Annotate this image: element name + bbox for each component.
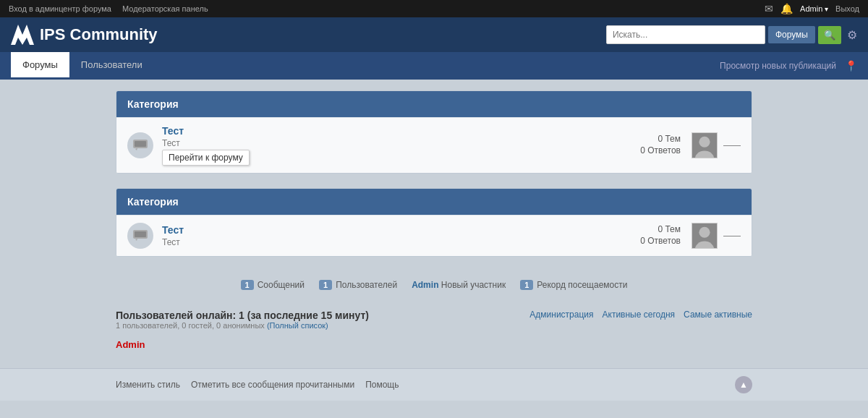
footer-inner: Изменить стиль Отметить все сообщения пр… (109, 376, 760, 393)
online-header: Пользователей онлайн: 1 (за последние 15… (116, 310, 752, 336)
last-post-avatar-1 (692, 132, 718, 158)
stat-new-member: Admin Новый участник (412, 280, 506, 290)
category-header-2: Категория (116, 189, 752, 215)
online-title-text: Пользователей онлайн: 1 (за последние 15… (116, 310, 369, 321)
nav-bar: Форумы Пользователи Просмотр новых публи… (0, 52, 868, 80)
online-title: Пользователей онлайн: 1 (за последние 15… (116, 310, 369, 336)
category-block-1: Категория Тест Тест Перейти к форуму 0 Т… (116, 90, 752, 174)
forum-desc-2: Тест (162, 237, 640, 247)
online-links: Администрация Активные сегодня Самые акт… (529, 310, 752, 320)
svg-rect-2 (135, 141, 146, 147)
forum-stats-2: 0 Тем 0 Ответов (640, 224, 681, 247)
last-post-avatar-2 (692, 223, 718, 249)
footer-mark-read[interactable]: Отметить все сообщения прочитанными (191, 380, 354, 390)
svg-marker-9 (135, 239, 137, 241)
nav-bar-right: Просмотр новых публикаций 📍 (720, 60, 857, 72)
record-count: 1 (520, 280, 533, 290)
admin-center-link[interactable]: Вход в админцентр форума (9, 4, 111, 13)
online-users-list: Admin (116, 339, 752, 350)
admin-username[interactable]: Admin (800, 4, 828, 13)
notification-icon[interactable]: 🔔 (780, 3, 793, 14)
forum-icon-1 (127, 132, 153, 158)
users-label: Пользователей (336, 280, 397, 290)
site-title: IPS Community (40, 25, 158, 44)
forum-last-post-1: —— (692, 132, 741, 158)
online-link-active-today[interactable]: Активные сегодня (603, 310, 676, 320)
forum-title-2[interactable]: Тест (162, 224, 184, 236)
logout-link[interactable]: Выход (835, 4, 859, 13)
online-link-admin[interactable]: Администрация (529, 310, 593, 320)
admin-bar: Вход в админцентр форума Модераторская п… (0, 0, 868, 17)
admin-bar-links: Вход в админцентр форума Модераторская п… (9, 4, 217, 13)
forum-icon-2 (127, 223, 153, 249)
online-section: Пользователей онлайн: 1 (за последние 15… (109, 310, 760, 361)
settings-icon-button[interactable]: ⚙ (847, 28, 857, 42)
online-link-most-active[interactable]: Самые активные (684, 310, 752, 320)
search-scope-button[interactable]: Форумы (768, 26, 815, 43)
stat-messages: 1 Сообщений (241, 280, 305, 290)
tooltip-goto-forum-1[interactable]: Перейти к форуму (162, 150, 250, 166)
forum-info-2: Тест Тест (162, 224, 640, 247)
svg-point-11 (699, 227, 710, 238)
new-member-name[interactable]: Admin (412, 280, 438, 290)
site-header: IPS Community Форумы 🔍 ⚙ (0, 17, 868, 52)
new-posts-link[interactable]: Просмотр новых публикаций (720, 61, 836, 71)
stat-users: 1 Пользователей (319, 280, 397, 290)
svg-rect-8 (135, 231, 146, 237)
messages-count: 1 (241, 280, 254, 290)
svg-marker-3 (135, 148, 137, 150)
category-block-2: Категория Тест Тест 0 Тем 0 (116, 188, 752, 257)
svg-point-5 (699, 137, 710, 148)
mail-icon[interactable]: ✉ (765, 3, 773, 14)
replies-stat-1: 0 Ответов (640, 145, 681, 155)
svg-marker-0 (11, 25, 34, 45)
last-post-info-2: —— (723, 231, 741, 241)
new-member-label: Новый участник (441, 280, 506, 290)
footer-links: Изменить стиль Отметить все сообщения пр… (116, 380, 399, 390)
users-count: 1 (319, 280, 332, 290)
topics-stat-2: 0 Тем (640, 224, 681, 234)
full-list-link[interactable]: (Полный список) (267, 321, 328, 330)
forum-row-2: Тест Тест 0 Тем 0 Ответов (116, 215, 752, 256)
forum-desc-1: Тест (162, 138, 640, 148)
main-content: Категория Тест Тест Перейти к форуму 0 Т… (109, 90, 760, 299)
search-go-button[interactable]: 🔍 (818, 26, 841, 44)
search-input[interactable] (606, 25, 765, 44)
site-logo: IPS Community (11, 25, 158, 45)
replies-stat-2: 0 Ответов (640, 236, 681, 246)
location-icon[interactable]: 📍 (845, 60, 857, 72)
site-footer: Изменить стиль Отметить все сообщения пр… (0, 368, 868, 401)
nav-tabs: Форумы Пользователи (11, 52, 154, 80)
forum-info-1: Тест Тест Перейти к форуму (162, 125, 640, 166)
record-label: Рекорд посещаемости (537, 280, 627, 290)
footer-change-style[interactable]: Изменить стиль (116, 380, 180, 390)
scroll-top-button[interactable]: ▲ (735, 376, 752, 393)
online-desc: 1 пользователей, 0 гостей, 0 анонимных (… (116, 321, 369, 330)
forum-row-1: Тест Тест Перейти к форуму 0 Тем 0 Ответ… (116, 117, 752, 173)
admin-bar-right: ✉ 🔔 Admin Выход (765, 3, 859, 14)
stat-record: 1 Рекорд посещаемости (520, 280, 627, 290)
footer-help[interactable]: Помощь (365, 380, 399, 390)
search-area: Форумы 🔍 ⚙ (606, 25, 857, 44)
last-post-info-1: —— (723, 140, 741, 150)
stats-bar: 1 Сообщений 1 Пользователей Admin Новый … (116, 271, 752, 299)
online-user-admin[interactable]: Admin (116, 339, 145, 350)
forum-title-1[interactable]: Тест (162, 125, 184, 137)
logo-icon (11, 25, 34, 45)
category-header-1: Категория (116, 91, 752, 117)
forum-stats-1: 0 Тем 0 Ответов (640, 134, 681, 157)
forum-last-post-2: —— (692, 223, 741, 249)
moderator-panel-link[interactable]: Модераторская панель (122, 4, 208, 13)
topics-stat-1: 0 Тем (640, 134, 681, 144)
tab-forums[interactable]: Форумы (11, 52, 69, 80)
tab-users[interactable]: Пользователи (69, 52, 154, 80)
messages-label: Сообщений (258, 280, 305, 290)
